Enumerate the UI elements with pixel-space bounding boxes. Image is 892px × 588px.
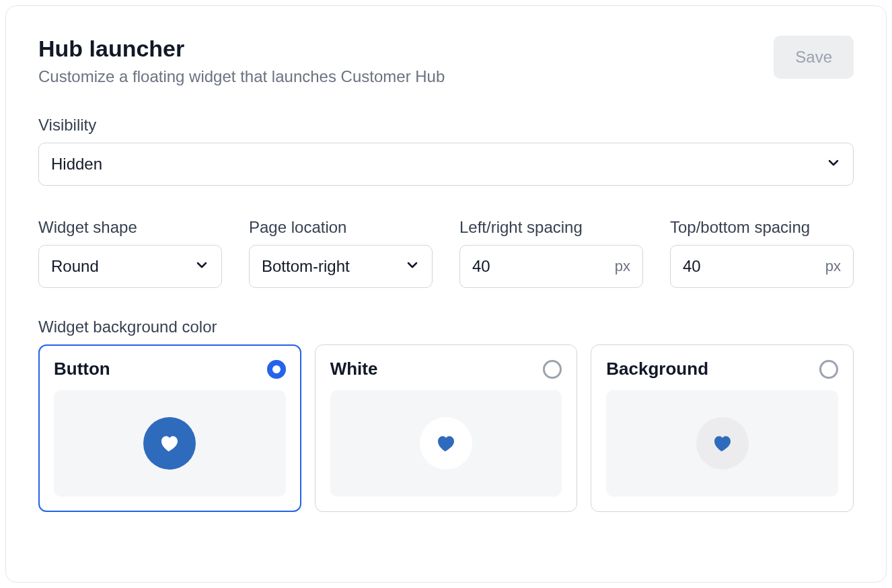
page-title: Hub launcher: [38, 36, 445, 62]
top-bottom-spacing-field: Top/bottom spacing px: [670, 218, 854, 288]
page-location-field: Page location Bottom-right: [249, 218, 433, 288]
header-row: Hub launcher Customize a floating widget…: [38, 36, 854, 86]
page-location-select[interactable]: Bottom-right: [249, 245, 433, 288]
heart-icon: [435, 433, 457, 454]
widget-shape-select-wrap: Round: [38, 245, 222, 288]
bg-color-preview: [606, 390, 838, 497]
radio-unselected-icon: [819, 360, 838, 379]
left-right-spacing-unit: px: [615, 258, 630, 275]
page-location-value: Bottom-right: [262, 257, 350, 276]
preview-circle: [420, 417, 472, 470]
settings-card: Hub launcher Customize a floating widget…: [5, 5, 887, 583]
top-bottom-spacing-input[interactable]: [683, 257, 794, 276]
widget-shape-label: Widget shape: [38, 218, 222, 237]
header-text: Hub launcher Customize a floating widget…: [38, 36, 445, 86]
radio-unselected-icon: [543, 360, 562, 379]
visibility-select-wrap: Hidden: [38, 143, 854, 186]
heart-icon: [159, 433, 180, 454]
visibility-value: Hidden: [51, 155, 102, 174]
left-right-spacing-input[interactable]: [472, 257, 583, 276]
bg-color-option-label: Background: [606, 359, 708, 379]
top-bottom-spacing-label: Top/bottom spacing: [670, 218, 854, 237]
bg-color-option-label: Button: [54, 359, 110, 379]
bg-color-option-background[interactable]: Background: [591, 344, 854, 512]
bg-color-card-header: Button: [54, 359, 286, 379]
top-bottom-spacing-input-wrap[interactable]: px: [670, 245, 854, 288]
widget-shape-select[interactable]: Round: [38, 245, 222, 288]
page-location-select-wrap: Bottom-right: [249, 245, 433, 288]
bg-color-label: Widget background color: [38, 318, 854, 336]
bg-color-preview: [54, 390, 286, 497]
visibility-field: Visibility Hidden: [38, 116, 854, 186]
heart-icon: [712, 433, 733, 454]
page-subtitle: Customize a floating widget that launche…: [38, 67, 445, 86]
left-right-spacing-input-wrap[interactable]: px: [459, 245, 643, 288]
bg-color-preview: [330, 390, 562, 497]
widget-shape-value: Round: [51, 257, 99, 276]
bg-color-option-label: White: [330, 359, 378, 379]
settings-row: Widget shape Round Page location Bottom-…: [38, 218, 854, 288]
save-button[interactable]: Save: [774, 36, 854, 79]
left-right-spacing-field: Left/right spacing px: [459, 218, 643, 288]
bg-color-options: Button White: [38, 344, 854, 512]
preview-circle: [143, 417, 196, 470]
top-bottom-spacing-unit: px: [825, 258, 841, 275]
bg-color-option-button[interactable]: Button: [38, 344, 301, 512]
visibility-select[interactable]: Hidden: [38, 143, 854, 186]
bg-color-option-white[interactable]: White: [315, 344, 578, 512]
visibility-label: Visibility: [38, 116, 854, 135]
radio-selected-icon: [267, 360, 286, 379]
bg-color-card-header: Background: [606, 359, 838, 379]
preview-circle: [696, 417, 749, 470]
bg-color-card-header: White: [330, 359, 562, 379]
widget-shape-field: Widget shape Round: [38, 218, 222, 288]
bg-color-section: Widget background color Button White: [38, 318, 854, 512]
left-right-spacing-label: Left/right spacing: [459, 218, 643, 237]
page-location-label: Page location: [249, 218, 433, 237]
